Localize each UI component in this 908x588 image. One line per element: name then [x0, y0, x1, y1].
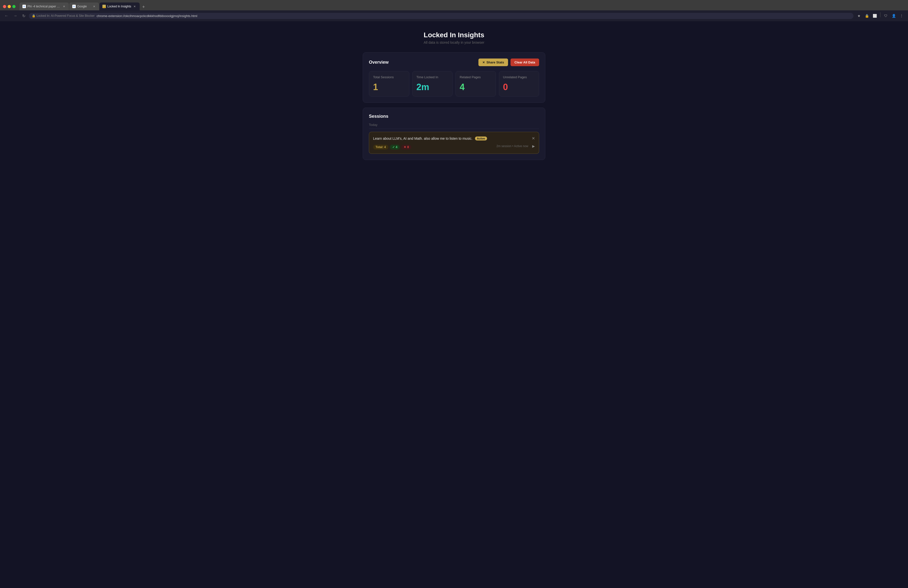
overview-card: Overview ✕ Share Stats Clear All Data To…	[363, 52, 545, 103]
address-lock-icon: 🔒	[32, 14, 35, 18]
overview-actions: ✕ Share Stats Clear All Data	[478, 58, 539, 66]
browser-tab-1[interactable]: G Phi -4 technical paper - Goo... ✕	[19, 2, 69, 10]
tag-unrelated: ✕ 0	[401, 145, 411, 150]
session-title-area: Learn about LLM's, AI and Math. also all…	[373, 137, 532, 140]
tabs-bar: G Phi -4 technical paper - Goo... ✕ G Go…	[19, 2, 905, 10]
forward-button[interactable]: →	[12, 13, 19, 19]
sessions-section-title: Sessions	[369, 114, 539, 119]
address-url: chrome-extension://okcihmoacpckcdkkkhodf…	[97, 14, 850, 18]
browser-tab-3[interactable]: 🔒 Locked In Insights ✕	[100, 2, 140, 10]
stat-label-unrelated-pages: Unrelated Pages	[503, 75, 535, 79]
expand-icon[interactable]: ▶	[532, 144, 535, 148]
stat-value-unrelated-pages: 0	[503, 82, 535, 92]
bookmark-icon[interactable]: ★	[855, 12, 862, 19]
session-top-row: Learn about LLM's, AI and Math. also all…	[373, 136, 535, 141]
tab-title-1: Phi -4 technical paper - Goo...	[27, 5, 60, 8]
session-bottom-row: Total: 4 ✓ 4 ✕ 0 2m session • Active now…	[373, 143, 535, 150]
tag-total: Total: 4	[373, 145, 388, 150]
extension-lock-icon[interactable]: 🔒	[863, 12, 870, 19]
session-close-icon[interactable]: ✕	[532, 136, 535, 141]
window-controls	[3, 5, 16, 8]
stat-value-total-sessions: 1	[373, 82, 405, 92]
page-title: Locked In Insights	[5, 31, 903, 39]
window-close-btn[interactable]	[3, 5, 6, 8]
tab-close-2[interactable]: ✕	[92, 5, 96, 8]
sessions-card: Sessions Today Learn about LLM's, AI and…	[363, 108, 545, 160]
stats-grid: Total Sessions 1 Time Locked In 2m Relat…	[369, 71, 539, 97]
active-badge: Active	[475, 137, 487, 140]
browser-toolbar: ← → ↻ 🔒 Locked In: AI-Powered Focus & Si…	[0, 10, 908, 21]
tab-close-3[interactable]: ✕	[133, 5, 137, 8]
session-actions: ✕	[532, 136, 535, 141]
browser-tab-2[interactable]: G Google ✕	[69, 2, 99, 10]
menu-icon[interactable]: ⋮	[898, 12, 905, 19]
tab-favicon-1: G	[23, 5, 26, 8]
shield-icon[interactable]: 🛡	[882, 12, 889, 19]
profile-icon[interactable]: 👤	[890, 12, 897, 19]
tag-unrelated-count: 0	[407, 145, 409, 149]
tag-related-count: 4	[396, 145, 398, 149]
address-bar[interactable]: 🔒 Locked In: AI-Powered Focus & Site Blo…	[29, 13, 853, 19]
stat-card-unrelated-pages: Unrelated Pages 0	[499, 71, 539, 97]
reload-button[interactable]: ↻	[21, 13, 27, 19]
toolbar-actions: ★ 🔒 ⬜ 🛡 👤 ⋮	[855, 12, 905, 19]
stat-card-related-pages: Related Pages 4	[456, 71, 496, 97]
tab-title-2: Google	[77, 5, 90, 8]
stat-card-time-locked: Time Locked In 2m	[412, 71, 453, 97]
stat-card-total-sessions: Total Sessions 1	[369, 71, 409, 97]
address-extension-name: Locked In: AI-Powered Focus & Site Block…	[37, 14, 95, 18]
clear-all-data-button[interactable]: Clear All Data	[510, 58, 539, 66]
window-maximize-btn[interactable]	[12, 5, 16, 8]
x-icon: ✕	[404, 145, 406, 149]
tag-related: ✓ 4	[390, 145, 400, 150]
checkmark-icon: ✓	[392, 145, 395, 149]
page-subtitle: All data is stored locally in your brows…	[5, 40, 903, 44]
stat-label-total-sessions: Total Sessions	[373, 75, 405, 79]
share-x-icon: ✕	[482, 61, 485, 64]
session-title: Learn about LLM's, AI and Math. also all…	[373, 137, 473, 140]
toolbar-separator	[880, 12, 881, 17]
page-content: Locked In Insights All data is stored lo…	[0, 21, 908, 588]
new-tab-button[interactable]: +	[140, 3, 147, 10]
tab-favicon-2: G	[72, 5, 76, 8]
share-stats-button[interactable]: ✕ Share Stats	[478, 58, 508, 66]
stat-value-time-locked: 2m	[417, 82, 449, 92]
stat-value-related-pages: 4	[460, 82, 492, 92]
tab-title-3: Locked In Insights	[107, 5, 131, 8]
share-stats-label: Share Stats	[486, 60, 504, 64]
tab-close-1[interactable]: ✕	[62, 5, 66, 8]
session-item: Learn about LLM's, AI and Math. also all…	[369, 132, 539, 154]
sessions-date-label: Today	[369, 123, 539, 129]
session-meta: 2m session • Active now	[496, 144, 528, 148]
window-minimize-btn[interactable]	[8, 5, 11, 8]
session-tags: Total: 4 ✓ 4 ✕ 0	[373, 145, 411, 150]
tab-favicon-3: 🔒	[102, 5, 106, 8]
overview-header: Overview ✕ Share Stats Clear All Data	[369, 58, 539, 66]
page-header: Locked In Insights All data is stored lo…	[5, 31, 903, 44]
browser-titlebar: G Phi -4 technical paper - Goo... ✕ G Go…	[0, 0, 908, 10]
stat-label-time-locked: Time Locked In	[417, 75, 449, 79]
extensions-icon[interactable]: ⬜	[871, 12, 878, 19]
tag-total-label: Total: 4	[375, 145, 386, 149]
back-button[interactable]: ←	[3, 13, 10, 19]
address-bar-breadcrumb: 🔒 Locked In: AI-Powered Focus & Site Blo…	[32, 14, 95, 18]
stat-label-related-pages: Related Pages	[460, 75, 492, 79]
overview-title: Overview	[369, 60, 389, 65]
browser-chrome: G Phi -4 technical paper - Goo... ✕ G Go…	[0, 0, 908, 21]
